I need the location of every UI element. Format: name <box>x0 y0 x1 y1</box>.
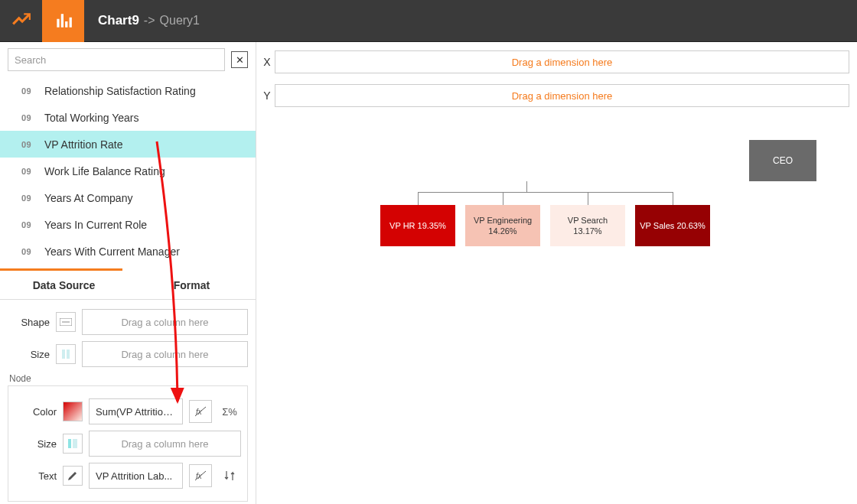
shape-dropzone[interactable]: Drag a column here <box>82 309 248 335</box>
size-label: Size <box>8 349 50 360</box>
shape-icon[interactable] <box>56 312 76 332</box>
text-edit-icon[interactable] <box>63 466 83 486</box>
field-item[interactable]: 09Relationship Satisfaction Rating <box>0 77 256 104</box>
chart-node[interactable]: VP Engineering 14.26% <box>465 205 540 246</box>
field-item[interactable]: 09VP Attrition Rate <box>0 131 256 158</box>
chart-mode-button[interactable] <box>42 0 84 42</box>
chart-node[interactable]: VP Sales 20.63% <box>635 205 710 246</box>
canvas: X Drag a dimension here Y Drag a dimensi… <box>256 42 857 504</box>
chart-node[interactable]: VP Search 13.17% <box>550 205 625 246</box>
node-size-dropzone[interactable]: Drag a column here <box>89 431 241 457</box>
clear-search-button[interactable]: ✕ <box>231 51 248 68</box>
node-size-icon[interactable] <box>63 434 83 454</box>
chart-title: Chart9 <box>98 13 139 28</box>
field-item[interactable]: 09Years At Company <box>0 184 256 211</box>
y-axis-dropzone[interactable]: Drag a dimension here <box>275 84 849 107</box>
size-icon[interactable] <box>56 344 76 364</box>
search-input[interactable] <box>8 48 225 71</box>
color-fx-button[interactable]: fx <box>189 400 212 423</box>
color-dropzone[interactable]: Sum(VP Attrition ... <box>89 398 183 424</box>
query-name: Query1 <box>160 14 200 28</box>
text-fx-button[interactable]: fx <box>189 464 212 487</box>
x-axis-label: X <box>259 56 275 68</box>
text-label: Text <box>15 470 57 482</box>
field-item[interactable]: 09Work Life Balance Rating <box>0 158 256 184</box>
tab-format[interactable]: Format <box>128 271 256 299</box>
sidebar: ✕ 09Relationship Satisfaction Rating09To… <box>0 42 256 504</box>
color-label: Color <box>15 406 57 418</box>
field-item[interactable]: 09Years In Current Role <box>0 211 256 238</box>
field-item[interactable]: 09Total Working Years <box>0 104 256 131</box>
bindings-panel: Shape Drag a column here Size Drag a col… <box>0 300 256 504</box>
x-axis-dropzone[interactable]: Drag a dimension here <box>275 50 849 73</box>
y-axis-label: Y <box>259 89 275 102</box>
chart-node[interactable]: VP HR 19.35% <box>380 205 455 246</box>
chart-node-root[interactable]: CEO <box>749 140 816 181</box>
node-size-label: Size <box>15 438 57 450</box>
color-swatch[interactable] <box>63 402 83 421</box>
topbar: Chart9 -> Query1 <box>0 0 857 42</box>
color-percent-button[interactable]: Σ% <box>218 400 241 423</box>
breadcrumb-arrow: -> <box>144 14 155 28</box>
node-section-label: Node <box>9 373 248 384</box>
field-list[interactable]: 09Relationship Satisfaction Rating09Tota… <box>0 77 256 268</box>
app-logo[interactable] <box>0 0 42 42</box>
shape-label: Shape <box>8 317 50 328</box>
tab-data-source[interactable]: Data Source <box>0 271 128 299</box>
text-dropzone[interactable]: VP Attrition Lab... <box>89 463 183 489</box>
svg-rect-2 <box>62 350 65 359</box>
size-dropzone[interactable]: Drag a column here <box>82 341 248 367</box>
text-sort-button[interactable] <box>218 464 241 487</box>
field-item[interactable]: 09Years With Current Manager <box>0 238 256 265</box>
svg-rect-6 <box>68 439 71 448</box>
svg-rect-7 <box>73 439 77 448</box>
svg-rect-3 <box>67 350 70 359</box>
